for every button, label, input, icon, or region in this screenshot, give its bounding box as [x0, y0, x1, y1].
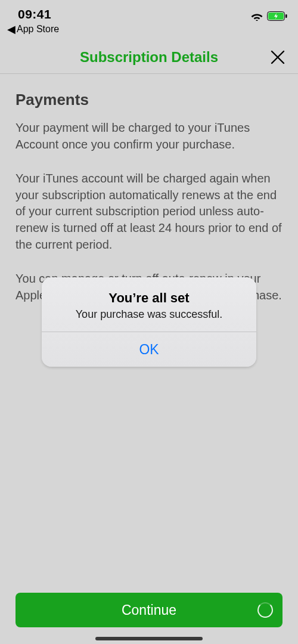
alert-title: You’re all set: [56, 290, 242, 306]
alert-ok-button[interactable]: OK: [42, 332, 256, 367]
confirmation-alert: You’re all set Your purchase was success…: [42, 277, 256, 367]
alert-overlay: You’re all set Your purchase was success…: [0, 0, 298, 644]
alert-body: You’re all set Your purchase was success…: [42, 277, 256, 332]
alert-message: Your purchase was successful.: [56, 308, 242, 321]
alert-ok-label: OK: [139, 342, 159, 358]
